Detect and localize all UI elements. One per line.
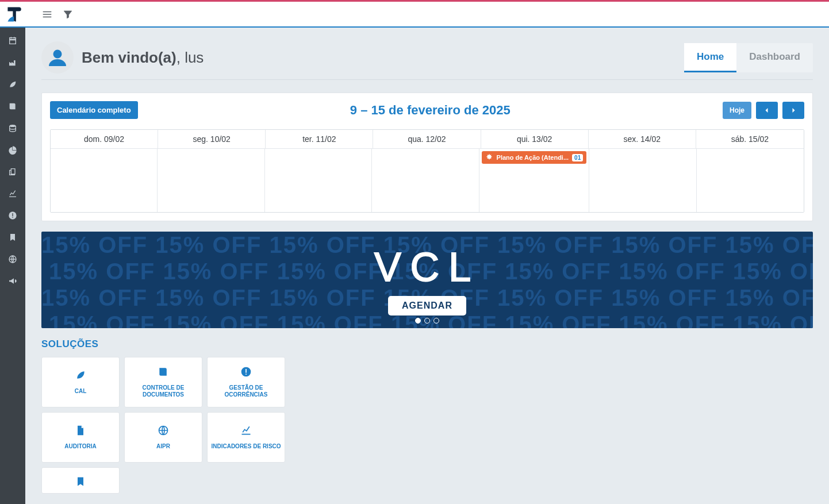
exclamation-icon bbox=[240, 366, 252, 380]
svg-point-0 bbox=[10, 125, 16, 127]
line-chart-icon bbox=[240, 425, 252, 438]
solution-risk-indicators[interactable]: INDICADORES DE RISCO bbox=[207, 412, 285, 463]
welcome-name: , lus bbox=[176, 49, 204, 66]
banner-logo: VCL bbox=[374, 244, 480, 290]
rail-line-chart-icon[interactable] bbox=[0, 183, 25, 205]
leaf-icon bbox=[75, 370, 86, 383]
day-cell-5[interactable] bbox=[589, 149, 696, 212]
rail-copy-icon[interactable] bbox=[0, 161, 25, 183]
event-count: 01 bbox=[572, 154, 583, 161]
globe-icon bbox=[158, 425, 169, 438]
solution-label: CONTROLE DE DOCUMENTOS bbox=[127, 384, 199, 398]
welcome-text: Bem vindo(a), lus bbox=[82, 49, 204, 67]
rail-calendar-icon[interactable] bbox=[0, 30, 25, 52]
rail-bookmark-icon[interactable] bbox=[0, 226, 25, 248]
week-body: Plano de Ação (Atendi... 01 bbox=[51, 149, 804, 212]
carousel-dot-3[interactable] bbox=[433, 318, 439, 324]
day-head-6: sáb. 15/02 bbox=[696, 130, 804, 149]
carousel-dot-2[interactable] bbox=[424, 318, 430, 324]
next-week-button[interactable] bbox=[782, 102, 804, 119]
file-icon bbox=[75, 425, 86, 438]
solution-label: CAL bbox=[75, 388, 87, 395]
welcome-row: Bem vindo(a), lus Home Dashboard bbox=[41, 41, 813, 74]
welcome-prefix: Bem vindo(a) bbox=[82, 49, 176, 66]
solution-qualification[interactable]: QUALIFICAÇÃO DE bbox=[41, 467, 120, 494]
svg-rect-3 bbox=[12, 217, 13, 218]
carousel-dots bbox=[415, 318, 439, 324]
app-logo bbox=[5, 4, 25, 25]
solutions-title: SOLUÇÕES bbox=[41, 338, 813, 350]
rail-industry-icon[interactable] bbox=[0, 52, 25, 74]
today-button[interactable]: Hoje bbox=[723, 102, 751, 119]
day-head-2: ter. 11/02 bbox=[266, 130, 373, 149]
rail-leaf-icon[interactable] bbox=[0, 74, 25, 95]
day-head-4: qui. 13/02 bbox=[481, 130, 589, 149]
day-cell-0[interactable] bbox=[51, 149, 158, 212]
solution-label: AIPR bbox=[156, 443, 170, 450]
carousel-dot-1[interactable] bbox=[415, 318, 421, 324]
book-icon bbox=[158, 366, 169, 380]
bookmark-icon bbox=[75, 476, 86, 490]
rail-pie-chart-icon[interactable] bbox=[0, 139, 25, 161]
solution-aipr[interactable]: AIPR bbox=[124, 412, 202, 463]
week-head: dom. 09/02 seg. 10/02 ter. 11/02 qua. 12… bbox=[51, 130, 804, 149]
filter-icon[interactable] bbox=[57, 4, 78, 25]
view-tabs: Home Dashboard bbox=[684, 43, 813, 72]
day-head-0: dom. 09/02 bbox=[51, 130, 158, 149]
rail-book-icon[interactable] bbox=[0, 95, 25, 117]
day-cell-2[interactable] bbox=[265, 149, 372, 212]
solution-label: AUDITORIA bbox=[64, 443, 96, 450]
calendar-event[interactable]: Plano de Ação (Atendi... 01 bbox=[482, 151, 587, 164]
prev-week-button[interactable] bbox=[756, 102, 778, 119]
day-head-5: sex. 14/02 bbox=[589, 130, 696, 149]
solution-label: INDICADORES DE RISCO bbox=[211, 443, 281, 450]
solution-audit[interactable]: AUDITORIA bbox=[41, 412, 120, 463]
week-grid: dom. 09/02 seg. 10/02 ter. 11/02 qua. 12… bbox=[50, 129, 804, 213]
solutions-grid: CAL CONTROLE DE DOCUMENTOS GESTÃO DE OCO… bbox=[41, 357, 813, 494]
calendar-nav: Hoje bbox=[723, 102, 804, 119]
day-head-1: seg. 10/02 bbox=[158, 130, 266, 149]
welcome-left: Bem vindo(a), lus bbox=[41, 41, 204, 74]
solution-doc-control[interactable]: CONTROLE DE DOCUMENTOS bbox=[124, 357, 202, 407]
day-cell-6[interactable] bbox=[697, 149, 804, 212]
rail-exclamation-icon[interactable] bbox=[0, 205, 25, 226]
calendar-card: Calendário completo 9 – 15 de fevereiro … bbox=[41, 93, 813, 221]
full-calendar-button[interactable]: Calendário completo bbox=[50, 101, 138, 119]
solution-label: GESTÃO DE OCORRÊNCIAS bbox=[210, 384, 282, 398]
svg-point-5 bbox=[53, 50, 62, 59]
divider bbox=[41, 79, 813, 80]
svg-rect-2 bbox=[12, 213, 13, 216]
solution-cal[interactable]: CAL bbox=[41, 357, 120, 407]
day-cell-1[interactable] bbox=[158, 149, 264, 212]
calendar-title: 9 – 15 de fevereiro de 2025 bbox=[350, 103, 511, 118]
event-burst-icon bbox=[485, 153, 493, 161]
event-label: Plano de Ação (Atendi... bbox=[497, 154, 569, 161]
svg-rect-8 bbox=[245, 374, 247, 375]
top-bar bbox=[0, 0, 829, 28]
day-head-3: qua. 12/02 bbox=[373, 130, 481, 149]
banner-schedule-button[interactable]: AGENDAR bbox=[388, 296, 466, 316]
day-cell-4[interactable]: Plano de Ação (Atendi... 01 bbox=[479, 149, 590, 212]
main-content: Bem vindo(a), lus Home Dashboard Calendá… bbox=[25, 28, 829, 504]
left-rail bbox=[0, 0, 25, 504]
tab-dashboard[interactable]: Dashboard bbox=[736, 43, 813, 72]
rail-globe-icon[interactable] bbox=[0, 248, 25, 270]
svg-rect-7 bbox=[245, 369, 247, 373]
rail-database-icon[interactable] bbox=[0, 117, 25, 139]
promo-banner[interactable]: 15% OFF 15% OFF 15% OFF 15% OFF 15% OFF … bbox=[41, 232, 813, 328]
tab-home[interactable]: Home bbox=[684, 43, 736, 72]
calendar-header: Calendário completo 9 – 15 de fevereiro … bbox=[50, 101, 804, 119]
day-cell-3[interactable] bbox=[372, 149, 479, 212]
rail-megaphone-icon[interactable] bbox=[0, 270, 25, 292]
banner-center: VCL AGENDAR bbox=[41, 232, 813, 328]
solution-occurrences[interactable]: GESTÃO DE OCORRÊNCIAS bbox=[207, 357, 285, 407]
avatar bbox=[41, 41, 74, 74]
menu-toggle-icon[interactable] bbox=[37, 4, 57, 25]
